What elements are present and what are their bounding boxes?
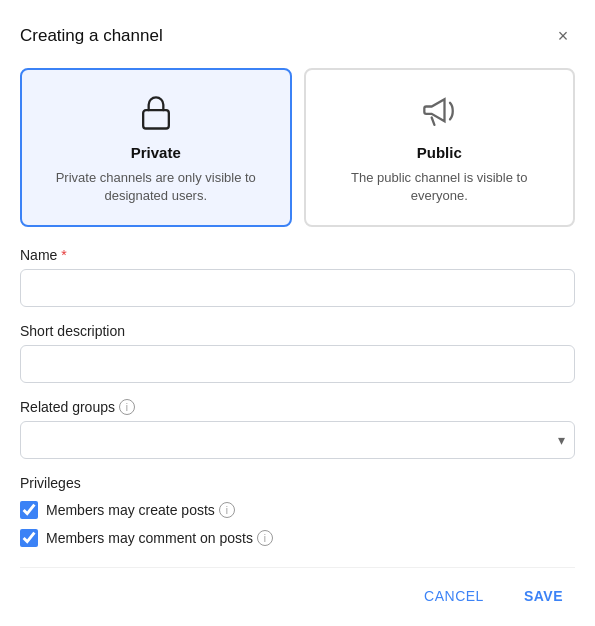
comment-posts-checkbox[interactable] <box>20 529 38 547</box>
lock-icon <box>134 90 178 134</box>
channel-type-private[interactable]: Private Private channels are only visibl… <box>20 68 292 227</box>
required-star: * <box>61 247 66 263</box>
privileges-section: Privileges Members may create posts i Me… <box>20 475 575 547</box>
create-posts-label: Members may create posts i <box>46 502 235 518</box>
channel-type-public[interactable]: Public The public channel is visible to … <box>304 68 576 227</box>
channel-type-selector: Private Private channels are only visibl… <box>20 68 575 227</box>
close-icon[interactable]: × <box>551 24 575 48</box>
modal-header: Creating a channel × <box>20 24 575 48</box>
related-groups-info-icon[interactable]: i <box>119 399 135 415</box>
megaphone-icon <box>417 90 461 134</box>
privilege-comment-posts: Members may comment on posts i <box>20 529 575 547</box>
name-label: Name * <box>20 247 575 263</box>
create-channel-modal: Creating a channel × Private Private cha… <box>0 0 595 626</box>
private-description: Private channels are only visible to des… <box>38 169 274 205</box>
name-input[interactable] <box>20 269 575 307</box>
private-label: Private <box>38 144 274 161</box>
related-groups-select-wrapper: ▾ <box>20 421 575 459</box>
cancel-button[interactable]: CANCEL <box>412 580 496 612</box>
name-field-group: Name * <box>20 247 575 307</box>
related-groups-select[interactable] <box>20 421 575 459</box>
privilege-create-posts: Members may create posts i <box>20 501 575 519</box>
save-button[interactable]: SAVE <box>512 580 575 612</box>
create-posts-info-icon[interactable]: i <box>219 502 235 518</box>
public-description: The public channel is visible to everyon… <box>322 169 558 205</box>
related-groups-label: Related groups i <box>20 399 575 415</box>
short-description-label: Short description <box>20 323 575 339</box>
svg-rect-0 <box>143 110 169 128</box>
modal-title: Creating a channel <box>20 26 163 46</box>
modal-footer: CANCEL SAVE <box>20 567 575 612</box>
related-groups-field-group: Related groups i ▾ <box>20 399 575 459</box>
short-description-input[interactable] <box>20 345 575 383</box>
privileges-title: Privileges <box>20 475 575 491</box>
comment-posts-info-icon[interactable]: i <box>257 530 273 546</box>
comment-posts-label: Members may comment on posts i <box>46 530 273 546</box>
short-description-field-group: Short description <box>20 323 575 383</box>
create-posts-checkbox[interactable] <box>20 501 38 519</box>
public-label: Public <box>322 144 558 161</box>
